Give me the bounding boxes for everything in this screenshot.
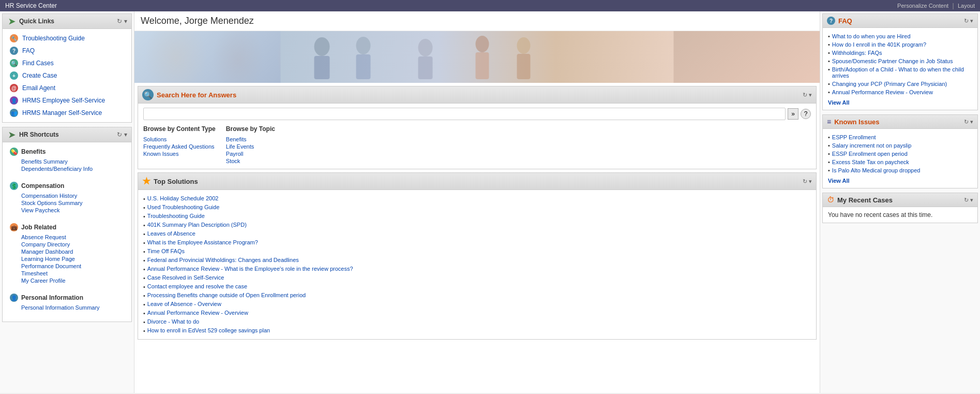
solution-link[interactable]: Leaves of Absence bbox=[147, 230, 195, 237]
browse-payroll-link[interactable]: Payroll bbox=[226, 150, 275, 157]
solution-link[interactable]: Used Troubleshooting Guide bbox=[147, 204, 219, 210]
known-issue-link[interactable]: ESPP Enrollment bbox=[832, 134, 876, 140]
performance-document-link[interactable]: Performance Document bbox=[21, 262, 124, 270]
quick-link-create-case[interactable]: + Create Case bbox=[7, 69, 127, 82]
quick-link-faq[interactable]: ? FAQ bbox=[7, 45, 127, 57]
quick-link-label[interactable]: FAQ bbox=[22, 47, 35, 54]
faq-view-all-link[interactable]: View All bbox=[828, 99, 972, 106]
hr-shortcuts-refresh-icon[interactable]: ↻ bbox=[117, 131, 122, 138]
known-issues-gear-icon[interactable]: ▾ bbox=[970, 119, 973, 125]
known-issue-link[interactable]: ESSP Enrollment open period bbox=[832, 151, 908, 157]
right-sidebar: ? FAQ ↻ ▾ What to do when you are Hired … bbox=[820, 11, 980, 393]
stock-options-link[interactable]: Stock Options Summary bbox=[21, 199, 124, 207]
personal-info-summary-link[interactable]: Personal Information Summary bbox=[21, 304, 124, 311]
quick-link-hrms-employee[interactable]: 👤 HRMS Employee Self-Service bbox=[7, 94, 127, 107]
browse-life-events-link[interactable]: Life Events bbox=[226, 143, 275, 150]
personal-links: Personal Information Summary bbox=[10, 304, 124, 311]
view-paycheck-link[interactable]: View Paycheck bbox=[21, 207, 124, 214]
quick-link-email-agent[interactable]: @ Email Agent bbox=[7, 82, 127, 94]
solution-link[interactable]: Annual Performance Review - Overview bbox=[147, 310, 248, 316]
solutions-gear-icon[interactable]: ▾ bbox=[809, 178, 812, 184]
main-layout: ➤ Quick Links ↻ ▾ 🔧 Troubleshooting Guid… bbox=[0, 11, 980, 393]
search-header: 🔍 Search Here for Answers ↻ ▾ bbox=[138, 86, 817, 103]
search-help-button[interactable]: ? bbox=[801, 109, 811, 119]
solution-link[interactable]: How to enroll in EdVest 529 college savi… bbox=[147, 327, 270, 333]
plus-icon: + bbox=[10, 71, 18, 80]
faq-link[interactable]: Withholdings: FAQs bbox=[832, 50, 882, 56]
hr-shortcuts-title-area: ➤ HR Shortcuts bbox=[7, 130, 59, 139]
faq-item: Changing your PCP (Primary Care Physicia… bbox=[828, 80, 972, 88]
solution-link[interactable]: U.S. Holiday Schedule 2002 bbox=[147, 195, 219, 201]
quick-links-refresh-icon[interactable]: ↻ bbox=[117, 18, 122, 25]
browse-known-issues-link[interactable]: Known Issues bbox=[143, 150, 216, 157]
faq-link[interactable]: How do I enroll in the 401K program? bbox=[832, 41, 926, 48]
shortcuts-group-personal-title: 👤 Personal Information bbox=[10, 294, 124, 302]
solution-link[interactable]: 401K Summary Plan Description (SPD) bbox=[147, 222, 247, 228]
browse-stock-link[interactable]: Stock bbox=[226, 157, 275, 165]
faq-title-area: ? FAQ bbox=[827, 17, 852, 25]
faq-link[interactable]: Spouse/Domestic Partner Change in Job St… bbox=[832, 58, 953, 64]
faq-gear-icon[interactable]: ▾ bbox=[970, 18, 973, 24]
known-issues-refresh-icon[interactable]: ↻ bbox=[964, 119, 969, 125]
recent-cases-refresh-icon[interactable]: ↻ bbox=[964, 197, 969, 203]
solution-item: Leave of Absence - Overview bbox=[143, 300, 811, 309]
shortcuts-group-personal: 👤 Personal Information Personal Informat… bbox=[7, 291, 127, 313]
recent-cases-gear-icon[interactable]: ▾ bbox=[970, 197, 973, 203]
browse-solutions-link[interactable]: Solutions bbox=[143, 136, 216, 143]
career-profile-link[interactable]: My Career Profile bbox=[21, 277, 124, 284]
solution-link[interactable]: Leave of Absence - Overview bbox=[147, 301, 221, 307]
quick-link-label[interactable]: Find Cases bbox=[22, 60, 54, 67]
quick-link-label[interactable]: HRMS Employee Self-Service bbox=[22, 97, 105, 104]
known-issue-link[interactable]: Excess State Tax on paycheck bbox=[832, 159, 909, 165]
company-directory-link[interactable]: Company Directory bbox=[21, 241, 124, 248]
solution-link[interactable]: What is the Employee Assistance Program? bbox=[147, 239, 258, 245]
person-icon: 👤 bbox=[10, 96, 18, 105]
timesheet-link[interactable]: Timesheet bbox=[21, 270, 124, 277]
quick-link-find-cases[interactable]: 🔍 Find Cases bbox=[7, 57, 127, 69]
compensation-history-link[interactable]: Compensation History bbox=[21, 192, 124, 199]
benefits-summary-link[interactable]: Benefits Summary bbox=[21, 158, 124, 165]
quick-link-label[interactable]: Troubleshooting Guide bbox=[22, 35, 85, 42]
solution-link[interactable]: Federal and Provincial Witholdings: Chan… bbox=[147, 257, 299, 263]
hr-shortcuts-gear-icon[interactable]: ▾ bbox=[124, 131, 127, 138]
faq-link[interactable]: What to do when you are Hired bbox=[832, 33, 911, 39]
solution-link[interactable]: Case Resolved in Self-Service bbox=[147, 274, 224, 281]
search-refresh-icon[interactable]: ↻ bbox=[803, 92, 807, 98]
manager-dashboard-link[interactable]: Manager Dashboard bbox=[21, 248, 124, 255]
solution-link[interactable]: Annual Performance Review - What is the … bbox=[147, 266, 353, 272]
faq-link[interactable]: Annual Performance Review - Overview bbox=[832, 89, 933, 95]
search-input[interactable] bbox=[143, 108, 786, 120]
solution-link[interactable]: Troubleshooting Guide bbox=[147, 213, 205, 219]
learning-home-link[interactable]: Learning Home Page bbox=[21, 255, 124, 262]
compensation-links: Compensation History Stock Options Summa… bbox=[10, 192, 124, 214]
solution-link[interactable]: Processing Benefits change outside of Op… bbox=[147, 292, 306, 298]
svg-rect-6 bbox=[418, 56, 433, 79]
quick-link-label[interactable]: HRMS Manager Self-Service bbox=[22, 109, 102, 116]
faq-link[interactable]: Changing your PCP (Primary Care Physicia… bbox=[832, 81, 947, 87]
browse-benefits-topic-link[interactable]: Benefits bbox=[226, 136, 275, 143]
known-issues-view-all-link[interactable]: View All bbox=[828, 178, 972, 184]
solution-link[interactable]: Contact employee and resolve the case bbox=[147, 283, 247, 289]
search-section: 🔍 Search Here for Answers ↻ ▾ » ? Browse… bbox=[138, 86, 817, 169]
quick-link-hrms-manager[interactable]: 👥 HRMS Manager Self-Service bbox=[7, 107, 127, 119]
quick-links-section: ➤ Quick Links ↻ ▾ 🔧 Troubleshooting Guid… bbox=[2, 13, 132, 123]
quick-link-label[interactable]: Email Agent bbox=[22, 84, 55, 92]
absence-request-link[interactable]: Absence Request bbox=[21, 234, 124, 241]
dependents-link[interactable]: Dependents/Beneficiary Info bbox=[21, 165, 124, 172]
layout-link[interactable]: Layout bbox=[958, 3, 975, 9]
quick-link-label[interactable]: Create Case bbox=[22, 72, 57, 79]
browse-faq-link[interactable]: Frequently Asked Questions bbox=[143, 143, 216, 150]
quick-links-gear-icon[interactable]: ▾ bbox=[124, 18, 127, 25]
personalize-link[interactable]: Personalize Content bbox=[897, 3, 948, 9]
quick-link-troubleshooting[interactable]: 🔧 Troubleshooting Guide bbox=[7, 32, 127, 45]
faq-body: What to do when you are Hired How do I e… bbox=[822, 27, 978, 110]
solutions-refresh-icon[interactable]: ↻ bbox=[803, 178, 807, 184]
faq-refresh-icon[interactable]: ↻ bbox=[964, 18, 969, 24]
search-gear-icon[interactable]: ▾ bbox=[809, 92, 812, 98]
faq-link[interactable]: Birth/Adoption of a Child - What to do w… bbox=[832, 66, 972, 79]
solution-link[interactable]: Divorce - What to do bbox=[147, 318, 199, 325]
search-submit-button[interactable]: » bbox=[788, 108, 798, 120]
known-issue-link[interactable]: Salary increment not on payslip bbox=[832, 142, 911, 149]
solution-link[interactable]: Time Off FAQs bbox=[147, 248, 185, 254]
known-issue-link[interactable]: Is Palo Alto Medical group dropped bbox=[832, 167, 921, 173]
